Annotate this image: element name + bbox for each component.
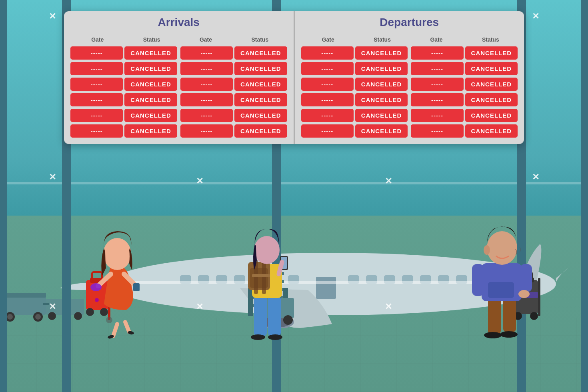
arrivals-status-1-6: CANCELLED bbox=[124, 124, 177, 138]
arrivals-row-2-1: ----- CANCELLED bbox=[180, 46, 287, 60]
svg-point-59 bbox=[103, 238, 131, 270]
board-inner: Arrivals Gate Status Gate Status ----- C… bbox=[64, 11, 524, 144]
departures-status-header-1: Status bbox=[355, 35, 409, 44]
arrivals-status-header-1: Status bbox=[124, 35, 178, 44]
departures-status-2-2: CANCELLED bbox=[465, 62, 518, 75]
svg-rect-60 bbox=[254, 296, 267, 336]
cross-sign-1: ✕ bbox=[49, 11, 56, 22]
arrivals-gate-2-5: ----- bbox=[180, 109, 233, 122]
arrivals-gate-2-2: ----- bbox=[180, 62, 233, 75]
departures-gate-2-6: ----- bbox=[411, 124, 463, 138]
svg-point-63 bbox=[268, 334, 282, 340]
arrivals-gate-1-5: ----- bbox=[70, 109, 123, 122]
arrivals-row-2-2: ----- CANCELLED bbox=[180, 62, 287, 75]
cross-sign-12: ✕ bbox=[385, 302, 392, 312]
departures-columns-container: ----- CANCELLED ----- CANCELLED ----- CA… bbox=[301, 46, 518, 138]
svg-rect-31 bbox=[43, 303, 49, 305]
svg-point-77 bbox=[530, 312, 538, 320]
svg-point-84 bbox=[500, 331, 518, 338]
svg-point-29 bbox=[48, 312, 56, 320]
arrivals-row-2-5: ----- CANCELLED bbox=[180, 109, 287, 122]
arrivals-row-1-1: ----- CANCELLED bbox=[70, 46, 177, 60]
svg-text:): ) bbox=[519, 246, 521, 252]
departures-status-1-1: CANCELLED bbox=[355, 46, 408, 60]
svg-point-48 bbox=[106, 317, 112, 323]
airport-scene: ✕ ✕ ✕ ✕ ✕ ✕ ✕ ✕ ✕ ✕ ✕ ✕ bbox=[0, 0, 588, 392]
departures-gate-1-4: ----- bbox=[301, 93, 354, 106]
svg-rect-80 bbox=[538, 278, 540, 316]
svg-point-83 bbox=[484, 332, 502, 338]
departures-row-1-5: ----- CANCELLED bbox=[301, 109, 408, 122]
arrivals-gate-2-3: ----- bbox=[180, 78, 233, 91]
departures-status-2-6: CANCELLED bbox=[465, 124, 518, 138]
svg-rect-61 bbox=[268, 296, 281, 336]
departures-headers: Gate Status Gate Status bbox=[301, 35, 518, 44]
departures-row-2-1: ----- CANCELLED bbox=[411, 46, 518, 60]
departures-status-1-2: CANCELLED bbox=[355, 62, 408, 75]
arrivals-gate-2-4: ----- bbox=[180, 93, 233, 106]
departures-row-1-4: ----- CANCELLED bbox=[301, 93, 408, 106]
arrivals-status-header-2: Status bbox=[233, 35, 287, 44]
departures-status-2-3: CANCELLED bbox=[465, 78, 518, 91]
arrivals-row-2-6: ----- CANCELLED bbox=[180, 124, 287, 138]
departures-gate-1-1: ----- bbox=[301, 46, 354, 60]
arrivals-row-2-4: ----- CANCELLED bbox=[180, 93, 287, 106]
departures-gate-header-1: Gate bbox=[301, 35, 355, 44]
arrivals-status-2-2: CANCELLED bbox=[234, 62, 287, 75]
svg-point-25 bbox=[7, 314, 13, 320]
arrivals-row-1-2: ----- CANCELLED bbox=[70, 62, 177, 75]
arrivals-gate-1-1: ----- bbox=[70, 46, 123, 60]
arrivals-col1: ----- CANCELLED ----- CANCELLED ----- CA… bbox=[70, 46, 177, 138]
svg-point-90 bbox=[487, 231, 517, 265]
departures-row-1-2: ----- CANCELLED bbox=[301, 62, 408, 75]
woman-character-2 bbox=[232, 212, 300, 340]
svg-point-89 bbox=[518, 290, 530, 298]
arrivals-gate-2-6: ----- bbox=[180, 124, 233, 138]
svg-point-70 bbox=[254, 236, 280, 264]
departures-col1: ----- CANCELLED ----- CANCELLED ----- CA… bbox=[301, 46, 408, 138]
departures-row-1-3: ----- CANCELLED bbox=[301, 78, 408, 91]
departures-gate-2-4: ----- bbox=[411, 93, 463, 106]
arrivals-status-1-5: CANCELLED bbox=[124, 109, 177, 122]
arrivals-gate-1-4: ----- bbox=[70, 93, 123, 106]
pillar-far-right bbox=[581, 0, 588, 392]
arrivals-gate-2-1: ----- bbox=[180, 46, 233, 60]
arrivals-gate-header-2: Gate bbox=[179, 35, 233, 44]
woman-character bbox=[78, 208, 150, 340]
svg-line-73 bbox=[279, 262, 282, 274]
arrivals-status-1-1: CANCELLED bbox=[124, 46, 177, 60]
svg-rect-87 bbox=[472, 264, 484, 296]
departures-status-2-1: CANCELLED bbox=[465, 46, 518, 60]
departures-gate-header-2: Gate bbox=[409, 35, 463, 44]
arrivals-section: Arrivals Gate Status Gate Status ----- C… bbox=[64, 11, 295, 144]
departures-status-2-4: CANCELLED bbox=[465, 93, 518, 106]
pillar-far-left bbox=[0, 0, 7, 392]
departures-gate-1-3: ----- bbox=[301, 78, 354, 91]
arrivals-gate-1-3: ----- bbox=[70, 78, 123, 91]
arrivals-headers: Gate Status Gate Status bbox=[70, 35, 287, 44]
svg-rect-58 bbox=[133, 283, 140, 291]
departures-status-1-4: CANCELLED bbox=[355, 93, 408, 106]
arrivals-columns-container: ----- CANCELLED ----- CANCELLED ----- CA… bbox=[70, 46, 287, 138]
departures-status-1-5: CANCELLED bbox=[355, 109, 408, 122]
departures-row-2-2: ----- CANCELLED bbox=[411, 62, 518, 75]
arrivals-row-1-4: ----- CANCELLED bbox=[70, 93, 177, 106]
arrivals-col2: ----- CANCELLED ----- CANCELLED ----- CA… bbox=[180, 46, 287, 138]
departures-row-2-5: ----- CANCELLED bbox=[411, 109, 518, 122]
departures-col2: ----- CANCELLED ----- CANCELLED ----- CA… bbox=[411, 46, 518, 138]
cross-sign-8: ✕ bbox=[532, 172, 539, 182]
arrivals-status-2-3: CANCELLED bbox=[234, 78, 287, 91]
arrivals-status-1-4: CANCELLED bbox=[124, 93, 177, 106]
departures-gate-1-6: ----- bbox=[301, 124, 354, 138]
departures-status-1-3: CANCELLED bbox=[355, 78, 408, 91]
arrivals-status-1-2: CANCELLED bbox=[124, 62, 177, 75]
departures-status-2-5: CANCELLED bbox=[465, 109, 518, 122]
departures-title: Departures bbox=[301, 16, 518, 31]
arrivals-gate-header-1: Gate bbox=[70, 35, 124, 44]
departures-gate-2-1: ----- bbox=[411, 46, 463, 60]
svg-rect-86 bbox=[488, 282, 514, 298]
arrivals-row-1-3: ----- CANCELLED bbox=[70, 78, 177, 91]
svg-point-57 bbox=[90, 283, 102, 291]
svg-line-52 bbox=[125, 322, 129, 332]
arrivals-status-2-4: CANCELLED bbox=[234, 93, 287, 106]
